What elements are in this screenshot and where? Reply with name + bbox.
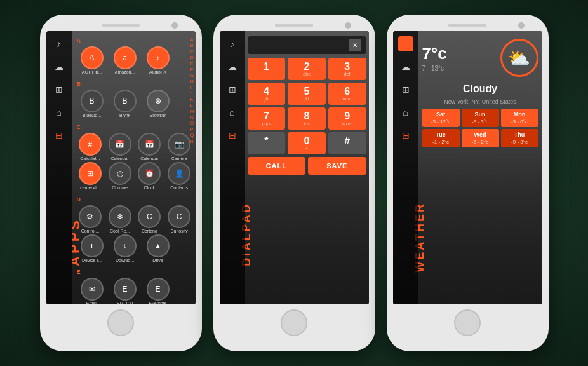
app-icon-cortana: C [138, 205, 161, 228]
dial-key-8[interactable]: 8 tuv [288, 107, 326, 130]
section-a-label: A [77, 36, 193, 45]
home-button-1[interactable] [107, 309, 134, 336]
list-item[interactable]: # Calculat... [77, 133, 104, 161]
speaker-2 [275, 24, 313, 27]
sidebar-2-apps[interactable]: ⊟ [225, 128, 240, 143]
app-row-d1: ⚙ Control... ❄ Cool Re... C Cortana C Cu… [77, 205, 193, 233]
dial-key-hash[interactable]: # [328, 132, 366, 154]
app-name-audiofx: AudioFX [149, 70, 166, 74]
phone-3-screen: ♪ ☁ ⊞ ⌂ ⊟ WEATHER 7°c 7 - 13°c ⛅ Cloudy … [393, 31, 542, 304]
save-button[interactable]: SAVE [308, 157, 366, 175]
list-item[interactable]: ⊞ centerVi... [77, 162, 104, 190]
sidebar-2-grid[interactable]: ⊞ [225, 82, 240, 97]
front-camera-3 [518, 22, 525, 29]
sidebar-3-home[interactable]: ⌂ [398, 105, 413, 120]
sidebar-3-cloud[interactable]: ☁ [398, 59, 413, 74]
sidebar-icon-home[interactable]: ⌂ [51, 105, 67, 120]
list-item[interactable]: ⏰ Clock [136, 162, 163, 190]
weather-forecast-grid: Sat -5 - 12°c Sun -9 - 3°c Mon -9 - 0°c … [422, 109, 538, 147]
app-name-cal2: Calendar [140, 156, 158, 161]
dial-key-7[interactable]: 7 pqrs [248, 107, 286, 130]
app-icon-emical: E [114, 278, 137, 301]
dial-key-6[interactable]: 6 mno [328, 83, 366, 105]
app-icon-download: ↓ [114, 234, 137, 257]
app-name-curiosity: Curiosity [171, 229, 188, 233]
app-icon-drive: ▲ [147, 234, 170, 257]
sidebar-icon-cloud[interactable]: ☁ [51, 59, 67, 74]
list-item[interactable]: ▲ Drive [143, 234, 173, 262]
weather-day-sun: Sun -9 - 3°c [462, 109, 499, 127]
dial-key-0[interactable]: 0 + [288, 132, 326, 154]
apps-label: APPS [72, 218, 83, 266]
dial-key-4[interactable]: 4 ghi [248, 83, 286, 105]
list-item[interactable]: B Blynk [110, 90, 140, 118]
app-name-bluelight: BlueLig... [83, 113, 101, 118]
phone-2: ♪ ☁ ⊞ ⌂ ⊟ DIALPAD ✕ 1 2 abc [213, 15, 375, 351]
list-item[interactable]: E EMI Cal [110, 278, 140, 304]
sidebar-3-grid[interactable]: ⊞ [398, 82, 413, 97]
list-item[interactable]: A ACT Fib... [77, 46, 107, 74]
dial-key-3[interactable]: 3 def [328, 58, 366, 80]
weather-top: 7°c 7 - 13°c ⛅ [422, 36, 538, 79]
dialpad-backspace[interactable]: ✕ [349, 39, 361, 51]
app-row-c1: # Calculat... 📅 Calendar 📅 Calendar 📷 Ca… [77, 133, 193, 161]
list-item[interactable]: E Evernote [143, 278, 173, 304]
app-icon-curiosity: C [168, 205, 190, 228]
list-item[interactable]: B BlueLig... [77, 90, 107, 118]
app-row-a: A ACT Fib... a Amazon... ♪ AudioFX [77, 46, 193, 74]
app-name-download: Downlo... [116, 258, 134, 262]
apps-content: APPS A B C D E F G H I J K L M N O P Q R [72, 31, 196, 304]
phone-2-top [218, 24, 370, 27]
app-row-c2: ⊞ centerVi... ◎ Chrome ⏰ Clock 👤 Contact… [77, 162, 193, 190]
sidebar-icon-headphone[interactable]: ♪ [51, 36, 67, 51]
sidebar-icon-apps[interactable]: ⊟ [51, 128, 67, 143]
list-item[interactable]: C Cortana [136, 205, 163, 233]
sidebar-2-headphone[interactable]: ♪ [225, 36, 240, 51]
app-name-chrome: Chrome [112, 186, 128, 190]
list-item[interactable]: ⊕ Browser [143, 90, 173, 118]
sidebar-3-apps[interactable]: ⊟ [398, 128, 413, 143]
weather-day-mon: Mon -9 - 0°c [501, 109, 538, 127]
apps-grid: A A ACT Fib... a Amazon... ♪ AudioFX [72, 31, 196, 304]
app-icon-evernote: E [147, 278, 170, 301]
sidebar-2: ♪ ☁ ⊞ ⌂ ⊟ [220, 31, 245, 304]
list-item[interactable]: ↓ Downlo... [110, 234, 140, 262]
section-b-label: B [77, 79, 193, 88]
home-button-2[interactable] [281, 309, 307, 336]
list-item[interactable]: ◎ Chrome [106, 162, 133, 190]
app-name-coolre: Cool Re... [110, 229, 130, 233]
dial-key-5[interactable]: 5 jkl [288, 83, 326, 105]
list-item[interactable]: 📅 Calendar [106, 133, 133, 161]
phone-1: ♪ ☁ ⊞ ⌂ ⊟ APPS A B C D E F G H I J K L M [40, 15, 202, 351]
app-name-emical: EMI Cal [117, 301, 133, 304]
dial-key-9[interactable]: 9 wxyz [328, 107, 366, 130]
home-button-3[interactable] [454, 309, 481, 336]
app-icon-actfib: A [81, 46, 104, 69]
list-item[interactable]: 👤 Contacts [166, 162, 193, 190]
app-icon-email: ✉ [81, 278, 104, 301]
front-camera-2 [345, 22, 351, 29]
sidebar-icon-grid[interactable]: ⊞ [51, 82, 67, 97]
dial-key-2[interactable]: 2 abc [288, 58, 326, 80]
app-icon-calc: # [79, 133, 102, 156]
list-item[interactable]: ❄ Cool Re... [106, 205, 133, 233]
list-item[interactable]: ✉ Email [77, 278, 107, 304]
list-item[interactable]: ♪ AudioFX [143, 46, 173, 74]
weather-temp-section: 7°c 7 - 13°c [422, 44, 447, 72]
call-button[interactable]: CALL [248, 157, 306, 175]
dial-key-star[interactable]: * [248, 132, 286, 154]
phone-3-bottom [392, 309, 544, 336]
weather-day-wed: Wed -6 - 2°c [462, 129, 499, 147]
sidebar-3: ♪ ☁ ⊞ ⌂ ⊟ [393, 31, 418, 304]
app-row-d2: i Device I... ↓ Downlo... ▲ Drive [77, 234, 193, 262]
sidebar-2-cloud[interactable]: ☁ [225, 59, 240, 74]
dial-key-1[interactable]: 1 [248, 58, 286, 80]
list-item[interactable]: C Curiosity [166, 205, 193, 233]
sidebar-2-home[interactable]: ⌂ [225, 105, 240, 120]
app-name-centerview: centerVi... [80, 186, 100, 190]
list-item[interactable]: a Amazon... [110, 46, 140, 74]
sidebar-3-headphone[interactable]: ♪ [398, 36, 413, 51]
list-item[interactable]: 📅 Calendar [136, 133, 163, 161]
section-c-label: C [77, 123, 193, 132]
list-item[interactable]: 📷 Camera [166, 133, 193, 161]
